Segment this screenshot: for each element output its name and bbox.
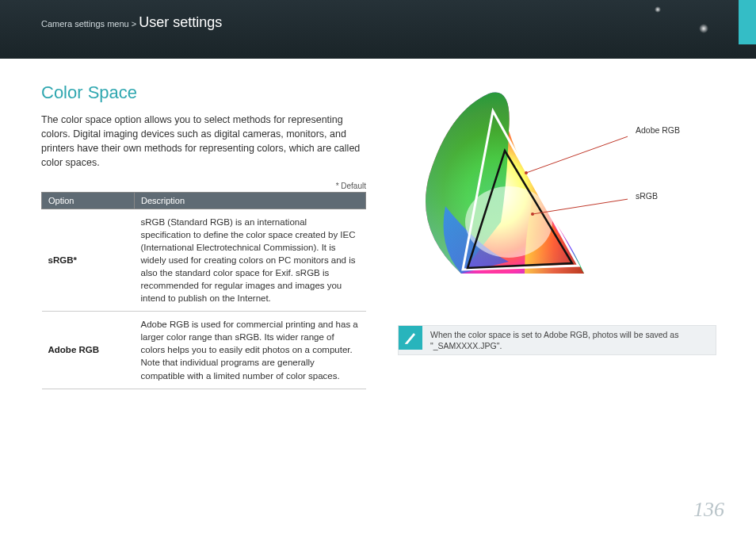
table-row: sRGB* sRGB (Standard RGB) is an internat… [42,209,366,312]
page-number: 136 [693,498,724,522]
breadcrumb-title: User settings [139,14,222,30]
options-table: Option Description sRGB* sRGB (Standard … [41,192,366,389]
label-adobe-rgb: Adobe RGB [636,125,680,135]
breadcrumb: Camera settings menu > User settings [41,19,222,29]
page-header: Camera settings menu > User settings [0,0,756,59]
th-option: Option [42,192,135,209]
label-srgb: sRGB [636,191,658,201]
intro-text: The color space option allows you to sel… [41,113,366,170]
right-column: Adobe RGB sRGB When the color space is s… [398,82,716,389]
sparkle-icon [655,6,661,13]
content-area: Color Space The color space option allow… [0,59,756,389]
default-note: * Default [41,182,366,190]
cell-description: Adobe RGB is used for commercial printin… [135,312,366,389]
table-row: Adobe RGB Adobe RGB is used for commerci… [42,312,366,389]
section-title: Color Space [41,82,366,103]
breadcrumb-prefix: Camera settings menu > [41,19,136,29]
th-description: Description [135,192,366,209]
gamut-svg [406,87,628,293]
cell-option: sRGB* [42,209,135,312]
cell-option: Adobe RGB [42,312,135,389]
color-gamut-diagram: Adobe RGB sRGB [406,87,628,293]
svg-line-2 [526,131,628,173]
note-text: When the color space is set to Adobe RGB… [422,326,716,354]
note-box: When the color space is set to Adobe RGB… [398,325,716,355]
note-icon [399,326,422,350]
cell-description: sRGB (Standard RGB) is an international … [135,209,366,312]
accent-bar [739,0,756,44]
left-column: Color Space The color space option allow… [41,82,366,389]
sparkle-icon [699,24,708,33]
